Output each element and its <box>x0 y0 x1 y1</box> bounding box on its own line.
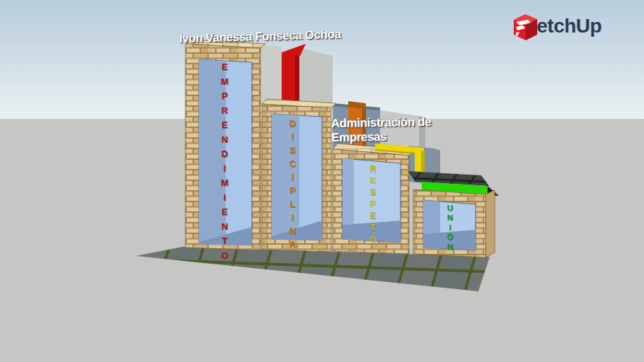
sketchup-3d-viewport[interactable]: Ivon Vanessa Fonseca Ochoa Administració… <box>0 0 644 362</box>
value-word-disciplina: DISCIPLINA <box>287 118 300 252</box>
program-3d-text-line1: Administración de <box>331 115 432 131</box>
value-word-emprendimiento: EMPRENDIMIENTO <box>219 62 232 264</box>
value-word-respeto: RESPETO <box>368 164 381 246</box>
stone-side-face <box>485 190 495 257</box>
sketchup-cube-icon <box>511 11 539 41</box>
model-scene <box>0 0 644 362</box>
red-ribbon-shade <box>295 53 299 105</box>
sketchup-logo[interactable]: SketchUp <box>511 11 602 41</box>
value-word-union: UNIÓN <box>446 204 459 252</box>
gray-wall-right <box>299 48 333 107</box>
program-3d-text-line2: Empresas <box>331 129 432 145</box>
program-3d-text: Administración de Empresas <box>331 115 432 145</box>
gray-wall-left <box>260 45 282 105</box>
